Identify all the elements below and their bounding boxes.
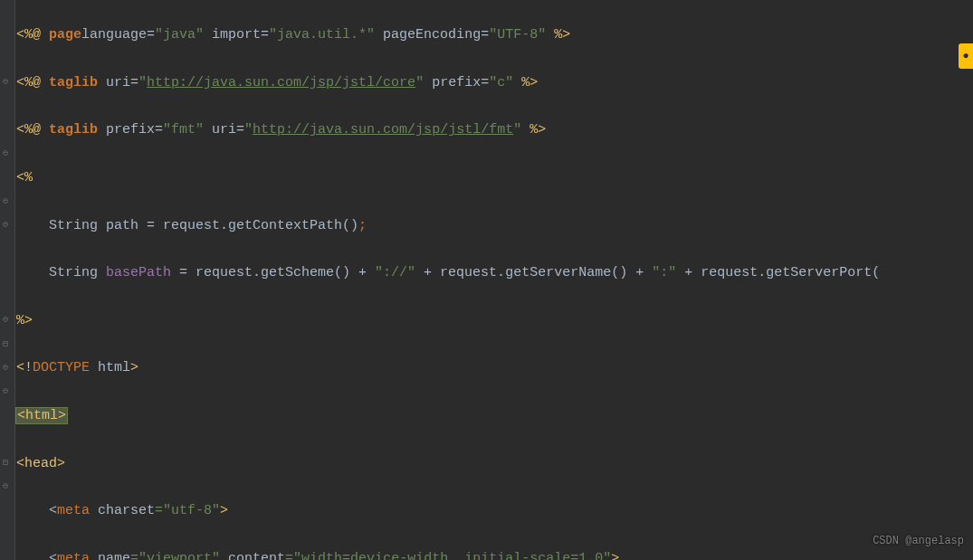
code-line[interactable]: String path = request.getContextPath();	[16, 214, 973, 238]
fold-marker-icon[interactable]: ⊖	[3, 387, 12, 396]
fold-marker-icon[interactable]: ⊖	[3, 149, 12, 158]
fold-marker-icon[interactable]: ⊟	[3, 459, 12, 468]
code-line[interactable]: <%@ taglib uri="http://java.sun.com/jsp/…	[16, 71, 973, 95]
code-line[interactable]: %>	[16, 309, 973, 333]
fold-marker-icon[interactable]: ⊖	[3, 221, 12, 230]
code-line[interactable]: <html>	[16, 404, 973, 428]
html-open-tag: <html>	[16, 408, 67, 423]
code-line[interactable]: <%@ pagelanguage="java" import="java.uti…	[16, 24, 973, 47]
code-line[interactable]: <%	[16, 166, 973, 190]
code-line[interactable]: <meta charset="utf-8">	[16, 499, 973, 523]
code-line[interactable]: <meta name="viewport" content="width=dev…	[16, 547, 973, 560]
fold-marker-icon[interactable]: ⊟	[3, 340, 12, 349]
code-editor-content[interactable]: <%@ pagelanguage="java" import="java.uti…	[16, 0, 973, 560]
code-line[interactable]: <head>	[16, 452, 973, 476]
editor-gutter: ⊖ ⊖ ⊖ ⊖ ⊖ ⊟ ⊖ ⊖ ⊟ ⊖	[0, 0, 15, 560]
code-line[interactable]: String basePath = request.getScheme() + …	[16, 261, 973, 285]
watermark-text: CSDN @angelasp	[873, 529, 964, 553]
fold-marker-icon[interactable]: ⊖	[3, 78, 12, 87]
fold-marker-icon[interactable]: ⊖	[3, 316, 12, 325]
fold-marker-icon[interactable]: ⊖	[3, 482, 12, 491]
browser-notification-icon[interactable]: ●	[959, 43, 973, 69]
code-line[interactable]: <!DOCTYPE html>	[16, 356, 973, 380]
fold-marker-icon[interactable]: ⊖	[3, 364, 12, 373]
jsp-directive: page	[49, 27, 81, 43]
code-line[interactable]: <%@ taglib prefix="fmt" uri="http://java…	[16, 119, 973, 142]
fold-marker-icon[interactable]: ⊖	[3, 197, 12, 206]
